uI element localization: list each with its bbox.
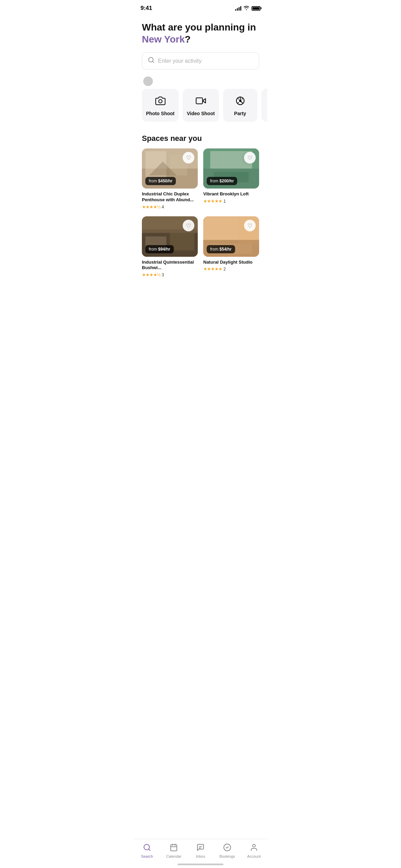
favorite-button-4[interactable]: ♡: [244, 220, 256, 231]
svg-marker-3: [203, 99, 206, 103]
page-heading: What are you planning in New York?: [142, 21, 259, 45]
space-image-wrap-1: ♡ from $450/hr: [142, 148, 198, 189]
heading-city: New York: [142, 34, 185, 45]
space-info-4: Natural Daylight Studio ★★★★★ 2: [203, 257, 259, 273]
search-icon: [148, 57, 155, 65]
status-icons: [235, 5, 260, 11]
heading-punctuation: ?: [185, 34, 191, 45]
stars-2: ★★★★★: [203, 198, 222, 204]
video-shoot-icon: [196, 96, 206, 107]
space-rating-4: ★★★★★ 2: [203, 266, 259, 272]
space-rating-3: ★★★★½ 3: [142, 272, 198, 277]
wifi-icon: [243, 5, 250, 11]
spaces-section-title: Spaces near you: [142, 134, 259, 143]
space-image-wrap-3: ♡ from $94/hr: [142, 216, 198, 256]
battery-icon: [252, 6, 260, 11]
space-image-wrap-4: ♡ from $54/hr: [203, 216, 259, 256]
status-bar: 9:41: [134, 0, 267, 14]
party-label: Party: [234, 111, 246, 116]
status-time: 9:41: [141, 5, 152, 12]
space-name-4: Natural Daylight Studio: [203, 260, 259, 265]
party-icon: [235, 96, 245, 107]
svg-point-2: [159, 99, 162, 103]
space-name-1: Industrial Chic Duplex Penthouse with Ab…: [142, 191, 198, 203]
space-rating-1: ★★★★½ 4: [142, 204, 198, 209]
space-card-4[interactable]: ♡ from $54/hr Natural Daylight Studio ★★…: [203, 216, 259, 279]
space-info-3: Industrial Quintessential Bushwi... ★★★★…: [142, 257, 198, 279]
photo-shoot-label: Photo Shoot: [146, 111, 174, 116]
price-badge-3: from $94/hr: [145, 245, 174, 253]
photo-shoot-icon: [155, 96, 166, 107]
space-card-1[interactable]: ♡ from $450/hr Industrial Chic Duplex Pe…: [142, 148, 198, 211]
price-badge-1: from $450/hr: [145, 177, 176, 185]
favorite-button-1[interactable]: ♡: [183, 152, 194, 164]
space-card-3[interactable]: ♡ from $94/hr Industrial Quintessential …: [142, 216, 198, 279]
svg-rect-4: [196, 98, 203, 104]
price-badge-2: from $200/hr: [207, 177, 237, 185]
main-content: What are you planning in New York? Enter…: [134, 14, 267, 313]
scroll-indicator: [142, 76, 259, 86]
price-badge-4: from $54/hr: [207, 245, 235, 253]
stars-1: ★★★★½: [142, 204, 160, 209]
search-bar[interactable]: Enter your activity: [142, 52, 259, 70]
scroll-dot: [143, 76, 153, 86]
categories-scroll: Photo Shoot Video Shoot Par: [134, 89, 267, 127]
space-card-2[interactable]: ♡ from $200/hr Vibrant Brooklyn Loft ★★★…: [203, 148, 259, 211]
spaces-grid: ♡ from $450/hr Industrial Chic Duplex Pe…: [134, 148, 267, 279]
space-info-2: Vibrant Brooklyn Loft ★★★★★ 1: [203, 189, 259, 205]
video-shoot-label: Video Shoot: [187, 111, 215, 116]
review-count-4: 2: [223, 267, 226, 272]
category-photo-shoot[interactable]: Photo Shoot: [142, 89, 179, 122]
search-placeholder: Enter your activity: [158, 58, 202, 64]
category-party[interactable]: Party: [223, 89, 257, 122]
review-count-3: 3: [162, 273, 164, 277]
review-count-1: 4: [162, 205, 164, 209]
heading-line1: What are you planning in: [142, 22, 256, 33]
review-count-2: 1: [223, 199, 226, 204]
stars-4: ★★★★★: [203, 266, 222, 272]
space-name-3: Industrial Quintessential Bushwi...: [142, 260, 198, 271]
stars-3: ★★★★½: [142, 272, 160, 277]
space-image-wrap-2: ♡ from $200/hr: [203, 148, 259, 189]
space-info-1: Industrial Chic Duplex Penthouse with Ab…: [142, 189, 198, 211]
space-name-2: Vibrant Brooklyn Loft: [203, 191, 259, 197]
category-meeting[interactable]: Meeting: [262, 89, 267, 122]
svg-point-8: [239, 100, 241, 102]
favorite-button-2[interactable]: ♡: [244, 152, 256, 164]
svg-line-1: [153, 61, 154, 63]
space-rating-2: ★★★★★ 1: [203, 198, 259, 204]
category-video-shoot[interactable]: Video Shoot: [183, 89, 219, 122]
signal-icon: [235, 6, 241, 11]
favorite-button-3[interactable]: ♡: [183, 220, 194, 231]
